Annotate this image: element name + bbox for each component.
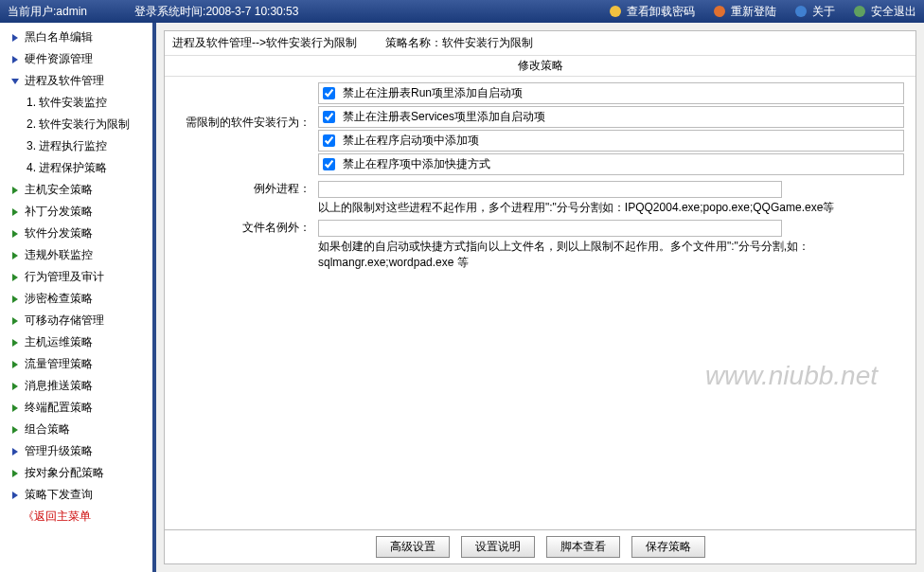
sidebar-item-13[interactable]: 终端配置策略 xyxy=(0,397,155,419)
topbar-users[interactable]: 重新登陆 xyxy=(712,4,776,20)
sidebar-item-0[interactable]: 黑白名单编辑 xyxy=(0,27,155,48)
sidebar-item-10[interactable]: 主机运维策略 xyxy=(0,331,155,353)
topbar-exit[interactable]: 安全退出 xyxy=(852,4,916,20)
svg-marker-7 xyxy=(12,187,18,194)
sidebar-item-4[interactable]: 补丁分发策略 xyxy=(0,201,155,223)
sidebar-item-label: 主机运维策略 xyxy=(25,334,93,350)
sidebar-item-9[interactable]: 可移动存储管理 xyxy=(0,310,155,331)
sidebar-subitem-2-1[interactable]: 2. 软件安装行为限制 xyxy=(19,114,155,135)
restrict-row-1: 禁止在注册表Services项里添加自启动项 xyxy=(318,106,904,128)
restrict-label-3: 禁止在程序项中添加快捷方式 xyxy=(343,156,490,172)
sidebar-item-8[interactable]: 涉密检查策略 xyxy=(0,288,155,310)
svg-marker-6 xyxy=(11,79,19,84)
chevron-right-icon xyxy=(9,272,21,283)
sidebar-item-label: 组合策略 xyxy=(25,421,70,438)
sidebar-subitem-2-0[interactable]: 1. 软件安装监控 xyxy=(19,92,155,114)
except-file-hint: 如果创建的自启动或快捷方式指向以上文件名，则以上限制不起作用。多个文件用":"分… xyxy=(318,239,904,271)
chevron-right-icon xyxy=(9,294,21,305)
sidebar-item-label: 硬件资源管理 xyxy=(25,51,93,67)
sidebar-item-label: 主机安全策略 xyxy=(25,182,93,198)
svg-marker-8 xyxy=(12,208,18,216)
sidebar-item-6[interactable]: 违规外联监控 xyxy=(0,244,155,266)
login-time: 登录系统时间:2008-3-7 10:30:53 xyxy=(134,4,298,20)
svg-marker-18 xyxy=(12,426,18,434)
sidebar-item-5[interactable]: 软件分发策略 xyxy=(0,223,155,244)
sidebar-item-15[interactable]: 管理升级策略 xyxy=(0,440,155,462)
svg-marker-19 xyxy=(12,448,18,456)
chevron-down-icon xyxy=(9,76,21,87)
restrict-checkbox-1[interactable] xyxy=(323,111,335,123)
sidebar-item-7[interactable]: 行为管理及审计 xyxy=(0,266,155,288)
sidebar-item-16[interactable]: 按对象分配策略 xyxy=(0,462,155,484)
sidebar-item-label: 进程及软件管理 xyxy=(25,73,104,89)
login-time-value: 2008-3-7 10:30:53 xyxy=(205,5,298,18)
return-main-menu[interactable]: 《返回主菜单 xyxy=(0,506,155,527)
chevron-right-icon xyxy=(9,185,21,196)
sidebar: 黑白名单编辑硬件资源管理进程及软件管理1. 软件安装监控2. 软件安装行为限制3… xyxy=(0,23,156,572)
chevron-right-icon xyxy=(9,424,21,436)
footer-button-1[interactable]: 设置说明 xyxy=(461,536,535,558)
chevron-right-icon xyxy=(9,250,21,261)
chevron-right-icon xyxy=(9,315,21,327)
sidebar-item-label: 软件分发策略 xyxy=(25,225,93,241)
chevron-right-icon xyxy=(9,490,21,501)
sidebar-item-3[interactable]: 主机安全策略 xyxy=(0,179,155,201)
sidebar-item-2[interactable]: 进程及软件管理 xyxy=(0,70,155,92)
splitter[interactable] xyxy=(152,23,156,572)
sidebar-item-label: 终端配置策略 xyxy=(25,400,93,416)
topbar-key[interactable]: 查看卸载密码 xyxy=(608,4,695,20)
watermark: www.niubb.net xyxy=(705,361,878,391)
exit-icon xyxy=(852,4,867,19)
except-proc-input[interactable] xyxy=(318,181,782,198)
svg-marker-17 xyxy=(12,404,18,412)
sidebar-item-label: 违规外联监控 xyxy=(25,247,93,263)
svg-marker-5 xyxy=(12,56,18,63)
info-icon xyxy=(793,4,808,19)
restrict-checkbox-2[interactable] xyxy=(323,134,335,147)
svg-marker-11 xyxy=(12,274,18,281)
chevron-right-icon xyxy=(9,206,21,218)
breadcrumb: 进程及软件管理-->软件安装行为限制 xyxy=(172,35,357,51)
footer-button-0[interactable]: 高级设置 xyxy=(376,536,450,558)
sidebar-item-1[interactable]: 硬件资源管理 xyxy=(0,48,155,70)
except-file-input[interactable] xyxy=(318,220,782,237)
sidebar-item-12[interactable]: 消息推送策略 xyxy=(0,375,155,397)
sidebar-item-14[interactable]: 组合策略 xyxy=(0,419,155,440)
topbar-label: 重新登陆 xyxy=(731,4,776,20)
svg-marker-20 xyxy=(12,470,18,477)
sidebar-item-label: 按对象分配策略 xyxy=(25,465,104,481)
footer-button-2[interactable]: 脚本查看 xyxy=(546,536,620,558)
except-file-label: 文件名例外： xyxy=(242,221,311,234)
topbar-info[interactable]: 关于 xyxy=(793,4,835,20)
sidebar-item-17[interactable]: 策略下发查询 xyxy=(0,484,155,506)
sidebar-subitem-2-3[interactable]: 4. 进程保护策略 xyxy=(19,157,155,179)
except-proc-label: 例外进程： xyxy=(254,182,311,195)
svg-point-0 xyxy=(610,6,621,17)
chevron-right-icon xyxy=(9,32,21,44)
restrict-row-3: 禁止在程序项中添加快捷方式 xyxy=(318,153,904,175)
footer-button-3[interactable]: 保存策略 xyxy=(631,536,705,558)
topbar-label: 查看卸载密码 xyxy=(627,4,695,20)
users-icon xyxy=(712,4,727,19)
sidebar-item-label: 可移动存储管理 xyxy=(25,313,104,329)
button-bar: 高级设置设置说明脚本查看保存策略 xyxy=(165,529,915,563)
svg-marker-14 xyxy=(12,339,18,347)
restrict-label-0: 禁止在注册表Run项里添加自启动项 xyxy=(343,85,523,101)
key-icon xyxy=(608,4,623,19)
sidebar-item-11[interactable]: 流量管理策略 xyxy=(0,353,155,375)
restrict-checkbox-3[interactable] xyxy=(323,158,335,170)
sidebar-item-label: 行为管理及审计 xyxy=(25,269,104,285)
restrict-label-1: 禁止在注册表Services项里添加自启动项 xyxy=(343,109,545,125)
svg-point-3 xyxy=(854,6,865,17)
user-value: admin xyxy=(56,5,87,18)
sidebar-subitem-2-2[interactable]: 3. 进程执行监控 xyxy=(19,135,155,157)
svg-marker-4 xyxy=(12,34,18,42)
svg-point-2 xyxy=(795,6,807,17)
sidebar-item-label: 流量管理策略 xyxy=(25,356,93,372)
svg-marker-10 xyxy=(12,252,18,259)
sidebar-item-label: 管理升级策略 xyxy=(25,443,93,459)
login-time-label: 登录系统时间 xyxy=(134,5,203,18)
svg-marker-21 xyxy=(12,492,18,499)
chevron-right-icon xyxy=(9,468,21,479)
restrict-checkbox-0[interactable] xyxy=(323,87,335,99)
